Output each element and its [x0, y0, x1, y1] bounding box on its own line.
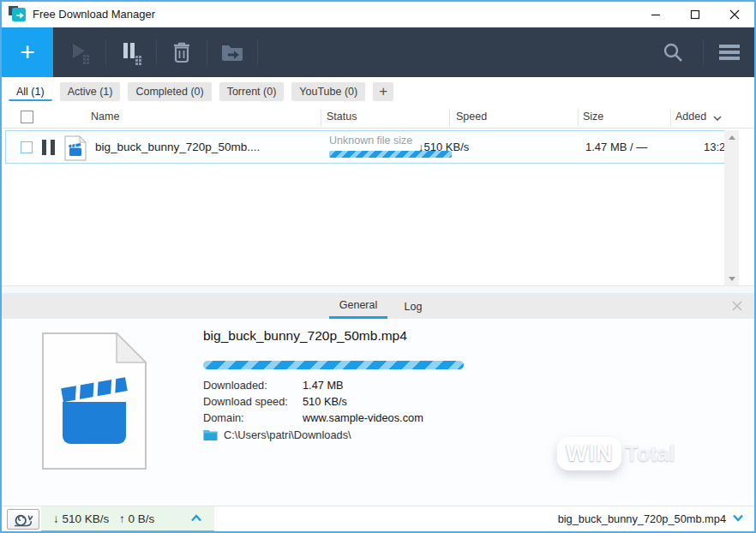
pause-downloads-button[interactable]: [106, 27, 156, 77]
field-domain-value: www.sample-videos.com: [303, 411, 423, 424]
tab-youtube[interactable]: YouTube (0): [291, 82, 365, 101]
scroll-down-button[interactable]: [724, 272, 739, 285]
tab-general[interactable]: General: [329, 294, 387, 319]
field-downloaded: Downloaded: 1.47 MB: [203, 379, 267, 392]
field-downloaded-label: Downloaded:: [203, 379, 267, 392]
column-header-size[interactable]: Size: [583, 111, 603, 123]
scroll-up-button[interactable]: [724, 130, 739, 144]
download-row[interactable]: big_buck_bunny_720p_50mb.... Unknown fil…: [5, 130, 734, 164]
field-downloaded-value: 1.47 MB: [303, 379, 344, 392]
tab-torrent[interactable]: Torrent (0): [219, 82, 285, 101]
field-speed-value: 510 KB/s: [303, 395, 347, 408]
maximize-button[interactable]: [675, 2, 715, 27]
chevron-down-icon[interactable]: [732, 514, 744, 522]
fdm-logo-icon: [9, 6, 27, 23]
field-download-speed: Download speed: 510 KB/s: [203, 395, 288, 408]
row-checkbox[interactable]: [21, 141, 33, 153]
search-icon: [662, 41, 684, 63]
tab-log[interactable]: Log: [396, 294, 430, 319]
close-button[interactable]: [715, 2, 754, 27]
column-header-name[interactable]: Name: [91, 111, 119, 123]
start-downloads-button[interactable]: [55, 27, 105, 77]
watermark-part2: Total: [625, 441, 675, 466]
network-speeds: ↓ 510 KB/s ↑ 0 B/s: [53, 512, 154, 525]
up-speed-text: ↑ 0 B/s: [119, 512, 154, 525]
speed-limit-snail-button[interactable]: [7, 509, 39, 530]
sort-chevron-down-icon: [713, 116, 722, 121]
row-speed: ↓510 KB/s: [418, 141, 469, 153]
field-speed-label: Download speed:: [203, 395, 288, 408]
folder-arrow-icon: [219, 41, 245, 63]
select-all-checkbox[interactable]: [21, 111, 33, 123]
status-bar: ↓ 510 KB/s ↑ 0 B/s big_buck_bunny_720p_5…: [2, 506, 754, 531]
column-header-added[interactable]: Added: [675, 111, 706, 123]
filter-tab-bar: All (1) Active (1) Completed (0) Torrent…: [2, 77, 754, 106]
field-domain: Domain: www.sample-videos.com: [203, 411, 244, 424]
snail-icon: [13, 512, 33, 527]
detail-panel: General Log big_buck_bunny_720p_50mb.mp4…: [2, 293, 754, 506]
add-download-button[interactable]: +: [2, 27, 53, 77]
column-header-status[interactable]: Status: [327, 111, 357, 123]
tab-completed[interactable]: Completed (0): [128, 82, 211, 101]
detail-progress-bar: [203, 361, 464, 369]
add-tab-button[interactable]: +: [373, 82, 393, 101]
video-file-large-icon: [41, 332, 147, 470]
window-title: Free Download Manager: [33, 8, 155, 21]
tab-active[interactable]: Active (1): [60, 82, 121, 101]
minimize-button[interactable]: [636, 2, 675, 27]
statusbar-selected-file[interactable]: big_buck_bunny_720p_50mb.mp4: [558, 512, 726, 525]
close-detail-panel-icon[interactable]: [730, 299, 744, 313]
video-file-icon: [64, 135, 87, 161]
title-bar: Free Download Manager: [2, 2, 754, 27]
row-file-name: big_buck_bunny_720p_50mb....: [95, 141, 260, 153]
app-window: Free Download Manager +: [0, 0, 756, 533]
hamburger-menu-icon: [718, 43, 741, 62]
row-pause-button[interactable]: [42, 140, 55, 155]
main-toolbar: +: [2, 27, 754, 77]
menu-button[interactable]: [705, 27, 754, 77]
play-grid-icon: [67, 39, 93, 65]
watermark-part1: WIN: [566, 440, 613, 466]
delete-download-button[interactable]: [157, 27, 207, 77]
field-domain-label: Domain:: [203, 411, 244, 424]
down-speed-text: ↓ 510 KB/s: [53, 512, 109, 525]
chevron-up-icon[interactable]: [190, 514, 202, 522]
pause-grid-icon: [118, 39, 144, 65]
network-speed-panel[interactable]: ↓ 510 KB/s ↑ 0 B/s: [41, 506, 214, 532]
download-path-text: C:\Users\patri\Downloads\: [224, 428, 351, 441]
detail-filename: big_buck_bunny_720p_50mb.mp4: [203, 328, 407, 344]
download-path-link[interactable]: C:\Users\patri\Downloads\: [203, 428, 351, 441]
wintotal-watermark: WIN Total: [557, 429, 703, 477]
open-folder-button[interactable]: [207, 27, 257, 77]
column-header-speed[interactable]: Speed: [456, 111, 487, 123]
row-size: 1.47 MB / —: [585, 141, 647, 153]
detail-tab-strip: General Log: [2, 294, 754, 319]
tab-all[interactable]: All (1): [9, 82, 52, 101]
list-scrollbar[interactable]: [724, 130, 739, 285]
table-header: Name Status Speed Size Added: [2, 106, 754, 129]
folder-icon: [203, 429, 218, 440]
search-button[interactable]: [648, 27, 698, 77]
row-status-text: Unknown file size: [329, 135, 412, 147]
trash-icon: [171, 40, 193, 64]
panel-gap: [2, 286, 754, 293]
